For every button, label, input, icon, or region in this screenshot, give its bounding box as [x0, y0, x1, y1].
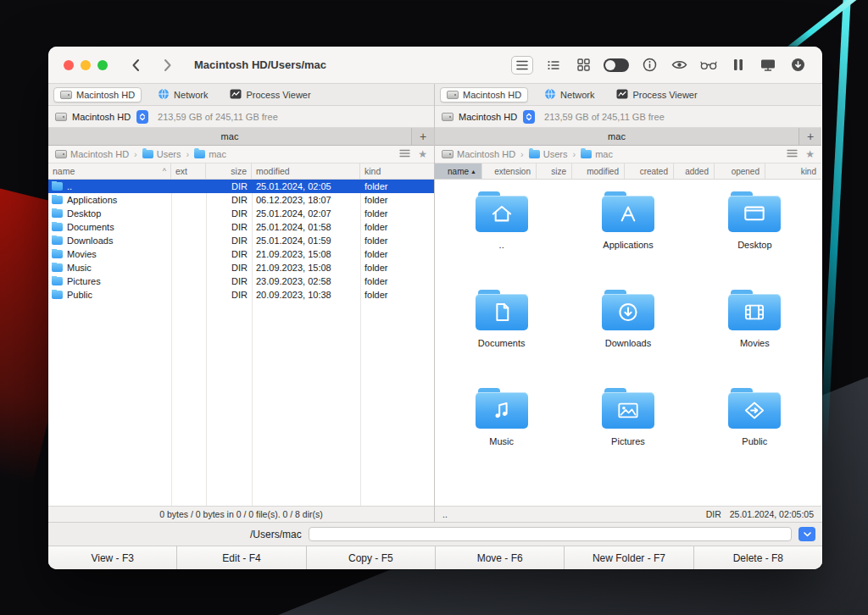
close-button[interactable] [64, 60, 74, 70]
file-row-movies[interactable]: MoviesDIR21.09.2023, 15:08folder [48, 247, 434, 261]
folder-icon [52, 277, 63, 285]
column-header-modified[interactable]: modified [572, 163, 625, 179]
column-header-ext[interactable]: ext [171, 163, 206, 179]
drive-selector[interactable]: Macintosh HD [442, 112, 517, 122]
file-row-music[interactable]: MusicDIR21.09.2023, 15:08folder [48, 261, 434, 274]
favorite-star-icon[interactable]: ★ [418, 149, 427, 159]
right-pane: Macintosh HD Network Process Viewer Maci… [435, 84, 821, 522]
zoom-button[interactable] [97, 60, 108, 70]
file-row-desktop[interactable]: DesktopDIR25.01.2024, 02:07folder [48, 207, 434, 220]
tab-process-viewer[interactable]: Process Viewer [610, 87, 703, 102]
column-header-extension[interactable]: extension [482, 163, 537, 179]
spectacles-icon[interactable] [699, 56, 718, 75]
file-row-public[interactable]: PublicDIR20.09.2023, 10:38folder [48, 288, 434, 302]
column-header-kind[interactable]: kind [765, 163, 821, 179]
folder-icon [529, 150, 540, 158]
file-row-downloads[interactable]: DownloadsDIR25.01.2024, 01:59folder [48, 234, 434, 247]
toggle-switch[interactable] [604, 56, 629, 75]
folder-tab-mac[interactable]: mac [435, 128, 799, 145]
grid-item-pictures[interactable]: Pictures [565, 388, 691, 481]
grid-item-parent[interactable]: .. [438, 191, 565, 285]
right-breadcrumb-row: Macintosh HD›Users›mac ★ [435, 146, 821, 163]
display-icon[interactable] [759, 56, 777, 75]
drive-dropdown-stepper[interactable] [136, 110, 148, 124]
tab-macintosh-hd[interactable]: Macintosh HD [440, 87, 528, 102]
breadcrumb-item-macintosh-hd[interactable]: Macintosh HD [442, 149, 515, 159]
grid-item-desktop[interactable]: Desktop [692, 191, 818, 285]
back-button[interactable] [126, 56, 145, 75]
list-view-button[interactable] [511, 56, 533, 75]
minimize-button[interactable] [81, 60, 91, 70]
column-header-opened[interactable]: opened [715, 163, 765, 179]
info-icon[interactable] [640, 56, 659, 75]
favorite-star-icon[interactable]: ★ [805, 149, 815, 159]
folder-body-shape [728, 294, 781, 330]
function-key-f7[interactable]: New Folder - F7 [565, 546, 693, 569]
function-key-f5[interactable]: Copy - F5 [307, 546, 436, 569]
download-icon[interactable] [788, 56, 807, 75]
file-row-documents[interactable]: DocumentsDIR25.01.2024, 01:58folder [48, 220, 434, 234]
breadcrumb-label: Macintosh HD [457, 149, 515, 159]
grid-item-movies[interactable]: Movies [692, 290, 818, 383]
status-selected-item: .. [442, 509, 448, 519]
breadcrumb-item-mac[interactable]: mac [581, 149, 613, 159]
breadcrumb-label: Users [157, 149, 181, 159]
tab-label: Network [560, 90, 594, 100]
tab-macintosh-hd[interactable]: Macintosh HD [53, 87, 142, 102]
function-key-f4[interactable]: Edit - F4 [177, 546, 306, 569]
toggle-pill [604, 58, 629, 72]
command-history-dropdown[interactable] [798, 527, 815, 541]
breadcrumb-item-macintosh-hd[interactable]: Macintosh HD [55, 149, 129, 159]
function-key-f6[interactable]: Move - F6 [436, 546, 565, 569]
column-header-size[interactable]: size [206, 163, 252, 179]
function-key-f3[interactable]: View - F3 [48, 546, 177, 569]
column-header-kind[interactable]: kind [360, 163, 434, 179]
column-header-name[interactable]: name▲ [435, 163, 482, 179]
file-row-parent[interactable]: ..DIR25.01.2024, 02:05folder [48, 180, 434, 193]
file-size: DIR [206, 290, 252, 300]
grid-item-applications[interactable]: Applications [565, 191, 691, 285]
view-menu-icon[interactable] [787, 149, 798, 159]
tab-process-viewer[interactable]: Process Viewer [224, 87, 316, 102]
add-tab-button[interactable]: + [412, 128, 434, 145]
tab-network[interactable]: Network [538, 86, 600, 103]
right-drive-row: Macintosh HD 213,59 GB of 245,11 GB free [435, 106, 821, 128]
column-header-label: modified [587, 167, 619, 176]
breadcrumb-item-users[interactable]: Users [142, 149, 181, 159]
column-header-name[interactable]: name ^ [48, 163, 171, 179]
breadcrumb-item-users[interactable]: Users [529, 149, 568, 159]
command-input[interactable] [309, 527, 792, 541]
breadcrumb-item-mac[interactable]: mac [194, 149, 226, 159]
grid-item-downloads[interactable]: Downloads [565, 290, 691, 383]
folder-icon [52, 182, 63, 191]
preview-eye-icon[interactable] [670, 56, 688, 75]
grid-item-music[interactable]: Music [438, 388, 565, 481]
column-header-modified[interactable]: modified [252, 163, 360, 179]
right-pane-tabs: Macintosh HD Network Process Viewer [435, 84, 821, 106]
add-tab-button[interactable]: + [799, 128, 821, 145]
column-header-added[interactable]: added [674, 163, 715, 179]
file-size: DIR [206, 208, 252, 219]
detail-view-button[interactable] [544, 56, 563, 75]
grid-item-label: Music [489, 436, 514, 446]
column-header-created[interactable]: created [625, 163, 674, 179]
left-pane: Macintosh HD Network Process Viewer Maci… [48, 84, 435, 522]
grid-view-button[interactable] [574, 56, 593, 75]
grid-item-documents[interactable]: Documents [438, 290, 565, 383]
grid-item-public[interactable]: Public [692, 388, 818, 481]
folder-icon [194, 150, 205, 158]
drive-selector[interactable]: Macintosh HD [55, 112, 131, 122]
file-row-pictures[interactable]: PicturesDIR23.09.2023, 02:58folder [48, 274, 434, 288]
drive-dropdown-stepper[interactable] [523, 110, 535, 124]
split-columns-icon[interactable] [729, 56, 748, 75]
drive-icon [55, 150, 67, 158]
column-header-size[interactable]: size [537, 163, 572, 179]
file-row-applications[interactable]: ApplicationsDIR06.12.2023, 18:07folder [48, 193, 434, 207]
tab-network[interactable]: Network [152, 86, 214, 103]
tab-label: Process Viewer [632, 90, 697, 100]
view-menu-icon[interactable] [399, 149, 410, 159]
forward-button[interactable] [159, 56, 177, 75]
folder-tab-mac[interactable]: mac [48, 128, 412, 145]
function-key-f8[interactable]: Delete - F8 [694, 546, 822, 569]
folder-icon [52, 250, 63, 258]
